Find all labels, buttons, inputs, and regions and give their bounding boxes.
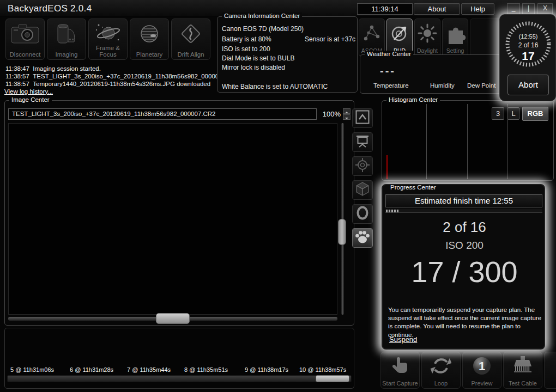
- filmstrip-scrollbar-thumb[interactable]: [316, 375, 349, 382]
- test-cable-button[interactable]: Test Cable: [503, 352, 542, 389]
- guider-icon: [387, 21, 412, 45]
- screen-tool-button[interactable]: [352, 132, 373, 152]
- progress-title: Progress Center: [388, 184, 438, 191]
- clock-display: 11:39:14: [357, 3, 413, 15]
- planetary-button[interactable]: Planetary: [130, 19, 169, 60]
- chevron-up-box-icon: [355, 110, 370, 126]
- camera-white-balance: White Balance is set to AUTOMATIC: [222, 83, 328, 90]
- loop-arrows-icon: [422, 353, 460, 378]
- camera-info-title: Camera Information Center: [222, 13, 302, 19]
- view-log-history-link[interactable]: View log history...: [4, 88, 53, 95]
- camera-iso: ISO is set to 200: [222, 45, 270, 53]
- zoom-stepper[interactable]: [343, 108, 350, 120]
- image-filename-field[interactable]: TEST_LIGHT_3s_200iso_+37c_20120619_11h38…: [8, 108, 317, 120]
- timer-seconds: 17: [500, 50, 556, 63]
- imaging-button[interactable]: Imaging: [47, 19, 86, 60]
- close-button[interactable]: X: [537, 3, 553, 14]
- histogram-title: Histogram Center: [386, 96, 440, 103]
- thumbnail-label: 6 @ 11h31m28s: [70, 366, 113, 373]
- weather-label-dewpoint: Dew Point: [467, 82, 495, 89]
- thumbnail-label: 10 @ 11h38m57s: [299, 366, 346, 373]
- horizontal-slider-thumb[interactable]: [156, 313, 190, 324]
- expand-tool-button[interactable]: [352, 108, 373, 128]
- drift-align-button[interactable]: Drift Align: [171, 19, 210, 60]
- abort-button[interactable]: Abort: [507, 75, 549, 95]
- constellation-icon: [359, 21, 384, 45]
- capture-progress-bar: [385, 209, 542, 213]
- setting-button[interactable]: Setting: [442, 19, 468, 57]
- zoom-level-value: 100%: [319, 108, 341, 120]
- camera-model: Canon EOS 7D (Model 250): [222, 25, 304, 33]
- app-title: BackyardEOS 2.0.4: [8, 3, 92, 14]
- image-center-title: Image Center: [9, 96, 52, 103]
- weather-panel: Weather Center --- Temperature Humidity …: [360, 54, 508, 94]
- target-tool-button[interactable]: [352, 156, 373, 176]
- camera-mirror-lock: Mirror lock is disabled: [222, 64, 285, 71]
- image-viewport[interactable]: [8, 123, 337, 315]
- saturn-icon: [89, 20, 127, 47]
- log-line: 11:38:47 Imaging session started.: [5, 65, 101, 72]
- filmstrip-scrollbar-track[interactable]: [7, 375, 352, 382]
- start-capture-button[interactable]: Start Capture: [380, 352, 420, 389]
- disconnect-button[interactable]: Disconnect: [5, 19, 45, 60]
- hand-pointer-icon: [381, 353, 419, 378]
- mask-tool-button[interactable]: [352, 204, 373, 224]
- svg-text:1: 1: [479, 359, 485, 373]
- loop-button[interactable]: Loop: [421, 352, 461, 389]
- cube-icon: [355, 181, 370, 199]
- cable-connector-icon: [504, 353, 542, 378]
- sun-icon: [415, 21, 440, 45]
- daylight-button[interactable]: Daylight: [414, 19, 440, 57]
- help-button[interactable]: Help: [461, 3, 494, 15]
- thumbnail-label: 9 @ 11h38m17s: [245, 366, 288, 373]
- camera-icon: [6, 20, 44, 47]
- camera-battery: Battery is at 80%: [222, 35, 271, 43]
- ring-icon: [355, 205, 370, 223]
- capture-progress-fill: [386, 210, 399, 212]
- weather-label-temperature: Temperature: [373, 82, 409, 89]
- minimize-button[interactable]: _: [507, 3, 520, 14]
- histogram-gridline: [467, 104, 468, 179]
- suspend-note: You can temporaritly suspend your captur…: [388, 306, 542, 339]
- paw-tool-button[interactable]: [352, 228, 373, 248]
- progress-frame-count: 2 of 16: [383, 219, 546, 236]
- histogram-gridline: [426, 104, 427, 179]
- cube-tool-button[interactable]: [352, 180, 373, 200]
- drift-sign-icon: [172, 20, 210, 47]
- suspend-link[interactable]: Suspend: [389, 335, 417, 344]
- timer-finish-time: (12:55): [500, 33, 556, 40]
- histogram-luminance-button[interactable]: L: [507, 107, 519, 120]
- camera-dial-mode: Dial Mode is set to BULB: [222, 54, 294, 62]
- histogram-bin-button[interactable]: 3: [492, 107, 504, 120]
- exposure-timer-popup: (12:55) 2 of 16 17 Abort: [499, 14, 556, 101]
- backyardeos-window: { "window": { "title": "BackyardEOS 2.0.…: [0, 0, 556, 392]
- camera-info-panel: Camera Information Center Canon EOS 7D (…: [217, 16, 358, 93]
- paw-icon: [354, 229, 371, 247]
- zoom-up-arrow-icon[interactable]: [343, 108, 350, 114]
- weather-value: ---: [380, 65, 396, 77]
- preview-one-icon: 1: [463, 353, 501, 378]
- estimated-finish-header: Estimated finish time 12:55: [385, 194, 542, 207]
- log-line: 11:38:57 Temporary1440_20120619-11h38m54…: [5, 81, 210, 87]
- frame-focus-button[interactable]: Frame & Focus: [88, 19, 128, 60]
- histogram-rgb-button[interactable]: RGB: [522, 107, 548, 121]
- image-center-panel: Image Center TEST_LIGHT_3s_200iso_+37c_2…: [4, 100, 354, 326]
- camera-sensor-temp: Sensor is at +37c: [305, 35, 355, 43]
- about-button[interactable]: About: [414, 3, 460, 15]
- progress-iso: ISO 200: [383, 240, 546, 252]
- crosshair-icon: [355, 157, 370, 175]
- progress-exposure-counter: 17 / 300: [383, 255, 546, 289]
- weather-label-humidity: Humidity: [430, 82, 455, 89]
- vertical-scrollbar-thumb[interactable]: [338, 219, 346, 245]
- jupiter-icon: [130, 20, 168, 47]
- empty-capture-slot: [544, 352, 556, 389]
- histogram-panel: Histogram Center 3 L RGB: [382, 100, 554, 181]
- thumbnail-label: 5 @ 11h31m06s: [10, 366, 54, 373]
- weather-title: Weather Center: [365, 51, 413, 57]
- maximize-button[interactable]: |: [522, 3, 535, 14]
- puzzle-icon: [443, 21, 468, 45]
- filmstrip-panel: 5 @ 11h31m06s 6 @ 11h31m28s 7 @ 11h35m44…: [4, 328, 354, 389]
- zoom-down-arrow-icon[interactable]: [343, 114, 350, 120]
- preview-button[interactable]: 1 Preview: [462, 352, 501, 389]
- projector-screen-icon: [355, 134, 370, 150]
